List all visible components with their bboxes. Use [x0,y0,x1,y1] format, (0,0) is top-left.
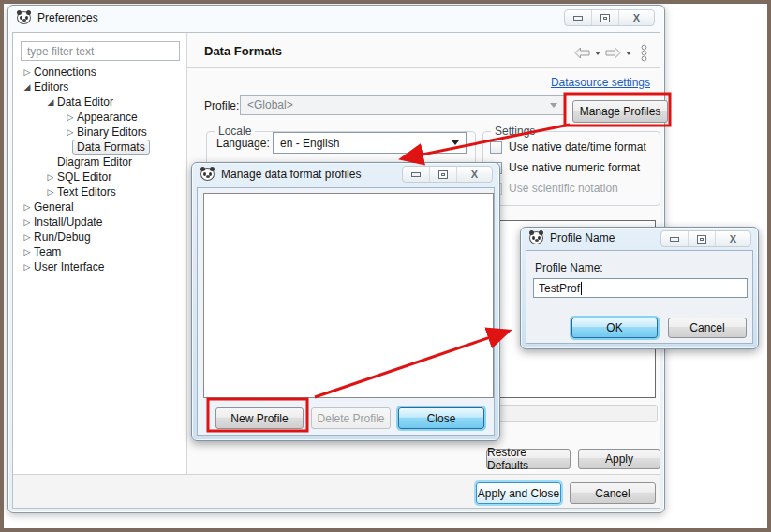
collapsed-arrow-icon[interactable]: ▷ [44,172,57,182]
collapsed-arrow-icon[interactable]: ▷ [21,202,34,212]
chevron-down-icon [452,140,459,145]
page-title: Data Formats [204,44,282,58]
tree-item-binary-editors[interactable]: ▷Binary Editors [13,125,186,140]
manage-profiles-button[interactable]: Manage Profiles [572,100,668,123]
tree-item-diagram-editor[interactable]: Diagram Editor [13,155,186,170]
collapsed-arrow-icon[interactable]: ▷ [44,187,57,197]
cancel-button[interactable]: Cancel [668,318,747,338]
profile-list[interactable] [203,193,494,398]
app-icon [17,11,31,24]
dialog-title: Profile Name [550,231,615,244]
minimize-icon [670,237,679,242]
tree-item-user-interface[interactable]: ▷User Interface [13,259,186,274]
maximize-button[interactable] [689,231,716,246]
settings-group: Settings Use native date/time format Use… [482,131,660,206]
tree-item-general[interactable]: ▷General [13,200,186,214]
close-button[interactable]: X [716,231,750,246]
maximize-icon [600,14,610,22]
collapsed-arrow-icon[interactable]: ▷ [21,232,34,242]
language-combobox[interactable]: en - English [273,132,467,154]
manage-dialog-client: New Profile Delete Profile Close [197,187,495,436]
tree-item-team[interactable]: ▷Team [13,244,186,259]
cancel-button[interactable]: Cancel [570,482,656,504]
close-button[interactable]: X [619,10,654,25]
manage-profiles-dialog: Manage data format profiles X New Profil… [191,162,500,441]
window-title: Preferences [37,11,98,24]
tree-item-install-update[interactable]: ▷Install/Update [13,214,186,229]
checkbox-icon[interactable] [490,141,502,154]
forward-arrow-icon[interactable] [605,47,621,59]
collapsed-arrow-icon[interactable]: ▷ [21,262,34,272]
apply-button[interactable]: Apply [578,449,660,469]
profile-name-label: Profile Name: [535,261,603,274]
page-nav [574,44,648,62]
tree-item-appearance[interactable]: ▷Appearance [13,110,186,125]
collapsed-arrow-icon[interactable]: ▷ [64,112,77,122]
native-numeric-checkbox-row[interactable]: Use native numeric format [490,161,640,174]
back-arrow-icon[interactable] [574,47,590,59]
maximize-button[interactable] [430,167,457,182]
ok-button[interactable]: OK [571,318,658,338]
apply-and-close-button[interactable]: Apply and Close [476,482,561,504]
minimize-icon [573,16,583,21]
dialog-button-bar: Apply and Close Cancel [13,474,660,508]
tree-item-data-formats[interactable]: Data Formats [13,140,186,155]
filter-input[interactable] [21,41,180,61]
locale-group-title: Locale [215,125,255,138]
close-icon: X [730,233,736,244]
tree-item-connections[interactable]: ▷Connections [13,65,186,80]
restore-defaults-button[interactable]: Restore Defaults [486,449,571,469]
close-icon: X [471,169,478,180]
minimize-icon [411,172,421,177]
page-menu-icon[interactable] [640,44,648,62]
expanded-arrow-icon[interactable]: ◢ [21,82,34,92]
maximize-button[interactable] [592,10,619,25]
new-profile-button[interactable]: New Profile [215,407,304,429]
app-icon [529,231,543,244]
back-history-dropdown-icon[interactable] [595,52,600,55]
close-dialog-button[interactable]: Close [398,407,484,429]
forward-history-dropdown-icon[interactable] [626,52,631,55]
language-label: Language: [216,137,270,150]
tree-item-sql-editor[interactable]: ▷SQL Editor [13,170,186,185]
tree-item-data-editor[interactable]: ◢Data Editor [13,95,186,110]
collapsed-arrow-icon[interactable]: ▷ [21,67,34,77]
datasource-settings-link[interactable]: Datasource settings [551,76,650,89]
dialog-title: Manage data format profiles [221,168,361,181]
tree-item-text-editors[interactable]: ▷Text Editors [13,185,186,200]
preferences-tree: ▷Connections ◢Editors ◢Data Editor ▷Appe… [13,65,186,274]
tree-item-editors[interactable]: ◢Editors [13,80,186,95]
native-datetime-checkbox-row[interactable]: Use native date/time format [490,140,646,154]
collapsed-arrow-icon[interactable]: ▷ [64,127,77,137]
maximize-icon [438,170,448,179]
close-icon: X [633,12,640,23]
maximize-icon [697,235,706,244]
profile-name-input[interactable]: TestProf [533,278,748,298]
close-button[interactable]: X [457,167,492,182]
tree-item-run-debug[interactable]: ▷Run/Debug [13,229,186,244]
minimize-button[interactable] [403,167,430,182]
preferences-sidebar: ▷Connections ◢Editors ◢Data Editor ▷Appe… [13,33,186,474]
expanded-arrow-icon[interactable]: ◢ [44,97,57,107]
profile-combobox[interactable]: <Global> [240,95,565,115]
collapsed-arrow-icon[interactable]: ▷ [21,247,34,257]
selected-tree-item[interactable]: Data Formats [72,140,150,155]
profile-dialog-client: Profile Name: TestProf OK Cancel [526,250,753,344]
scientific-notation-checkbox-row: Use scientific notation [490,182,618,195]
app-icon [200,168,215,181]
collapsed-arrow-icon[interactable]: ▷ [21,217,34,227]
minimize-button[interactable] [661,231,689,246]
profile-label: Profile: [204,99,239,112]
profile-name-dialog: Profile Name X Profile Name: TestProf OK… [520,227,759,349]
header-separator [187,67,660,68]
settings-group-title: Settings [491,125,539,138]
delete-profile-button: Delete Profile [311,407,391,429]
minimize-button[interactable] [565,10,592,25]
chevron-down-icon [550,103,557,108]
